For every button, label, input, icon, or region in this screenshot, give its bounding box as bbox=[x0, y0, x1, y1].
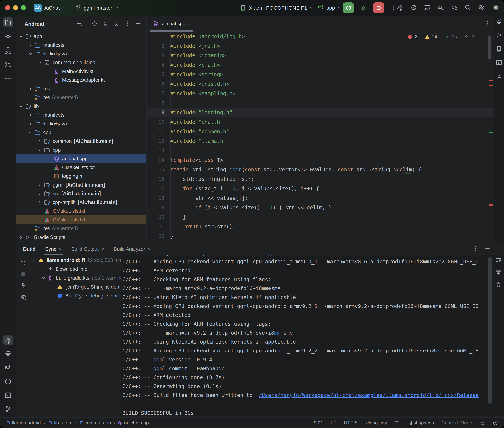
status-widget-9-21[interactable]: 9:21 bbox=[314, 420, 323, 426]
tree-item-app[interactable]: app bbox=[16, 32, 146, 41]
build-tree-item[interactable]: llama.android: fi22 sec, 583 ms bbox=[30, 256, 121, 265]
sidebar-item-pull-requests[interactable] bbox=[3, 60, 13, 70]
chevron-right-icon[interactable] bbox=[37, 182, 42, 188]
code-line[interactable]: 3#include <iomanip> bbox=[147, 51, 494, 60]
code-line[interactable]: 5#include <string> bbox=[147, 70, 494, 79]
tree-item-res[interactable]: res(generated) bbox=[16, 224, 146, 233]
sidebar-item-logcat[interactable] bbox=[3, 363, 13, 373]
status-widget-lf[interactable]: LF bbox=[331, 420, 336, 426]
editor-tab-options-icon[interactable] bbox=[485, 20, 491, 26]
kebab-button[interactable] bbox=[124, 20, 131, 28]
code-line[interactable]: 16 std::ostringstream str; bbox=[147, 174, 494, 184]
soft-wrap-button[interactable] bbox=[495, 257, 502, 264]
code-line[interactable]: 20 } bbox=[147, 212, 494, 222]
tree-item-gradle-scripts[interactable]: Gradle Scripts bbox=[16, 233, 146, 242]
code-line[interactable]: 13 bbox=[147, 146, 494, 155]
breadcrumb-item-ai-chat-cpp[interactable]: Cai_chat.cpp bbox=[118, 420, 149, 426]
minus-button[interactable] bbox=[135, 20, 142, 28]
kebab-button[interactable] bbox=[472, 246, 479, 253]
sidebar-item-build[interactable] bbox=[3, 335, 13, 345]
sidebar-item-project[interactable] bbox=[3, 17, 13, 27]
tree-item-cmakelists-txt[interactable]: CMakeLists.txt bbox=[16, 215, 146, 224]
branch-selector[interactable]: ggml-master bbox=[75, 0, 119, 16]
debug-button[interactable] bbox=[358, 2, 369, 13]
attach-debugger-button[interactable] bbox=[437, 4, 444, 12]
prev-problem-button[interactable] bbox=[464, 34, 469, 40]
code-line[interactable]: 19 if (i < values.size() - 1) { str << d… bbox=[147, 203, 494, 212]
close-tab-icon[interactable]: × bbox=[147, 246, 151, 252]
code-line[interactable]: 14template<class T> bbox=[147, 155, 494, 165]
code-line[interactable]: 23 bbox=[147, 241, 494, 243]
code-line[interactable]: 10#include "chat.h" bbox=[147, 117, 494, 127]
tree-item-manifests[interactable]: manifests bbox=[16, 111, 146, 119]
stop-gray-button[interactable] bbox=[20, 271, 26, 278]
code-line[interactable]: 4#include <cmath> bbox=[147, 60, 494, 70]
stop-button[interactable] bbox=[373, 2, 384, 13]
chevron-down-icon[interactable] bbox=[31, 258, 36, 263]
add-button[interactable] bbox=[76, 20, 82, 28]
project-selector[interactable]: AC AiChat bbox=[34, 0, 66, 16]
tree-item-ai-chat-cpp[interactable]: Cai_chat.cpp bbox=[16, 154, 146, 163]
build-output-path-link[interactable]: /Users/hanyin/Workspace/ai-chat/examples… bbox=[259, 392, 479, 398]
tree-item-cmakelists-txt[interactable]: CMakeLists.txt bbox=[16, 163, 146, 172]
status-widget-utf-8[interactable]: UTF-8 bbox=[344, 420, 357, 426]
chevron-down-icon[interactable] bbox=[28, 51, 33, 57]
trash-button[interactable] bbox=[495, 281, 502, 288]
build-tree-item[interactable]: 'jvmTarget: String' is deprec bbox=[30, 282, 121, 291]
status-widget-context-none[interactable]: Context: None bbox=[441, 420, 472, 426]
tree-item-src[interactable]: src[AiChat.lib.main] bbox=[16, 189, 146, 198]
code-line[interactable]: 9#include "logging.h" bbox=[147, 108, 494, 117]
error-stripe-mark[interactable] bbox=[489, 204, 493, 206]
chevron-down-icon[interactable] bbox=[28, 130, 33, 135]
build-hammer-button[interactable] bbox=[396, 4, 404, 12]
tree-item-cpp[interactable]: cpp bbox=[16, 128, 146, 137]
breadcrumb-item-cpp[interactable]: cpp bbox=[103, 420, 111, 426]
tree-item-messageadapter-kt[interactable]: MessageAdapter.kt bbox=[16, 76, 146, 84]
build-variants-button[interactable] bbox=[424, 4, 431, 12]
close-tab-icon[interactable]: × bbox=[188, 21, 191, 26]
rerun-button[interactable] bbox=[343, 2, 354, 13]
gradle-sync-button[interactable] bbox=[451, 4, 458, 12]
build-tab-build-analyzer[interactable]: Build Analyzer× bbox=[114, 243, 151, 255]
tree-item-mainactivity-kt[interactable]: MainActivity.kt bbox=[16, 67, 146, 76]
minus-button[interactable] bbox=[485, 246, 491, 253]
chevron-right-icon[interactable] bbox=[18, 235, 24, 240]
code-line[interactable]: 18 str << values[i]; bbox=[147, 193, 494, 203]
sidebar-item-commit[interactable] bbox=[3, 32, 13, 41]
sidebar-item-gradle[interactable] bbox=[495, 31, 503, 39]
tree-item-cpp[interactable]: cpp bbox=[16, 146, 146, 154]
ok-stripe-mark[interactable] bbox=[489, 132, 493, 133]
sidebar-item-terminal[interactable] bbox=[3, 390, 13, 400]
code-line[interactable]: 12#include "llama.h" bbox=[147, 136, 494, 146]
code-line[interactable]: 17 for (size_t i = 0; i < values.size();… bbox=[147, 184, 494, 193]
tree-item-kotlin-java[interactable]: kotlin+java bbox=[16, 119, 146, 128]
minimize-window-button[interactable] bbox=[13, 5, 18, 10]
sidebar-item-device-explorer[interactable] bbox=[495, 45, 503, 53]
editor-tab-ai-chat-cpp[interactable]: C ai_chat.cpp × bbox=[148, 16, 195, 32]
close-window-button[interactable] bbox=[5, 5, 10, 10]
preview-eye-button[interactable] bbox=[20, 294, 26, 300]
scroll-end-button[interactable] bbox=[495, 269, 502, 276]
tree-item-lib[interactable]: lib bbox=[16, 102, 146, 111]
user-avatar[interactable] bbox=[491, 3, 500, 12]
chevron-right-icon[interactable] bbox=[28, 113, 33, 118]
build-tree-item[interactable]: BuildType 'debug' is both de bbox=[30, 291, 121, 300]
locate-button[interactable] bbox=[91, 20, 98, 28]
tree-item-common[interactable]: common[AiChat.lib.main] bbox=[16, 137, 146, 146]
sidebar-item-layout-inspector[interactable] bbox=[495, 58, 503, 67]
tree-item-com-example-llama[interactable]: com.example.llama bbox=[16, 58, 146, 67]
build-tree-item[interactable]: build.gradle.ktsapp 1 warning bbox=[30, 273, 121, 282]
tree-item-cpp-httplib[interactable]: cpp-httplib[AiChat.lib.main] bbox=[16, 198, 146, 207]
error-stripe-mark[interactable] bbox=[489, 80, 493, 81]
console-scrollbar[interactable] bbox=[488, 257, 492, 404]
tree-item-cmakelists-txt[interactable]: CMakeLists.txt bbox=[16, 207, 146, 215]
chevron-right-icon[interactable] bbox=[37, 139, 42, 144]
chevron-right-icon[interactable] bbox=[28, 43, 33, 48]
device-selector[interactable]: Xiaomi POCOPHONE F1 bbox=[240, 0, 314, 16]
chevron-right-icon[interactable] bbox=[28, 86, 33, 91]
chevron-down-icon[interactable] bbox=[41, 275, 46, 280]
code-line[interactable]: 2#include <jni.h> bbox=[147, 41, 494, 51]
sidebar-item-problems[interactable] bbox=[3, 377, 13, 386]
inspections-widget[interactable]: 32415 bbox=[408, 34, 476, 40]
tree-item-res[interactable]: res(generated) bbox=[16, 93, 146, 102]
